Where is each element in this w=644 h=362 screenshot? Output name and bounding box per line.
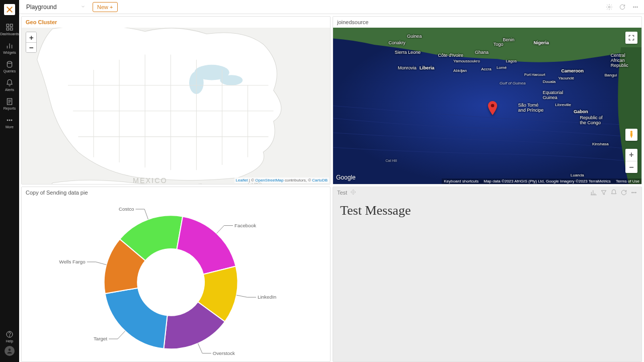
svg-point-7 xyxy=(7,120,8,121)
svg-point-14 xyxy=(633,7,634,8)
pie-label: Overstock xyxy=(213,350,235,356)
sidebar-item-alerts[interactable]: Alerts xyxy=(0,76,19,95)
panel-geo-cluster: Geo Cluster xyxy=(21,16,331,185)
svg-point-0 xyxy=(9,9,11,11)
svg-point-5 xyxy=(7,61,12,63)
panel-title: Test xyxy=(337,190,347,196)
gmap-shortcuts[interactable]: Keyboard shortcuts xyxy=(444,179,478,184)
pie-chart: CostcoFacebookLinkedInOverstockTargetWel… xyxy=(22,198,330,361)
sidebar-item-queries[interactable]: Queries xyxy=(0,57,19,76)
svg-rect-3 xyxy=(7,28,9,30)
sidebar-label: Widgets xyxy=(3,51,16,54)
panel-joinedsource: joinedsource xyxy=(333,16,642,185)
zoom-out-button[interactable]: − xyxy=(26,42,36,52)
widget-refresh-icon[interactable] xyxy=(620,189,627,196)
pie-label: LinkedIn xyxy=(258,294,276,300)
sidebar-item-help[interactable]: Help xyxy=(0,327,19,346)
svg-point-12 xyxy=(9,348,11,351)
widget-more-icon[interactable] xyxy=(630,189,637,196)
google-map[interactable]: Guinea Conakry Sierra Leone Monrovia Lib… xyxy=(333,28,641,184)
pie-label: Costco xyxy=(119,206,134,212)
chevron-down-icon xyxy=(80,4,86,11)
drag-icon[interactable] xyxy=(350,189,356,196)
svg-point-19 xyxy=(220,75,243,85)
pie-label: Target xyxy=(94,336,108,341)
panel-header: joinedsource xyxy=(333,17,641,28)
sidebar-label: Dashboards xyxy=(0,32,19,36)
workspace: Geo Cluster xyxy=(19,14,644,362)
page-title: Playground xyxy=(26,4,57,11)
avatar[interactable] xyxy=(5,346,15,356)
leaflet-link[interactable]: Leaflet xyxy=(236,178,248,183)
pie-slice-target[interactable] xyxy=(105,288,168,349)
svg-point-8 xyxy=(9,120,10,121)
widget-chart-icon[interactable] xyxy=(590,189,597,196)
svg-point-23 xyxy=(630,131,632,133)
gmap-zoom-in-button[interactable]: + xyxy=(625,149,637,161)
sidebar-item-dashboards[interactable]: Dashboards xyxy=(0,20,19,39)
panel-pie: Copy of Sending data pie CostcoFacebookL… xyxy=(21,187,331,362)
pie-label: Wells Fargo xyxy=(59,259,86,264)
panel-header: Copy of Sending data pie xyxy=(22,187,330,198)
svg-point-11 xyxy=(9,336,10,336)
sidebar-item-more[interactable]: More xyxy=(0,113,19,132)
osm-link[interactable]: OpenStreetMap xyxy=(255,178,283,183)
gmap-zoom-out-button[interactable]: − xyxy=(625,161,637,173)
zoom-in-button[interactable]: + xyxy=(26,32,36,42)
pegman-button[interactable] xyxy=(625,129,637,141)
svg-rect-4 xyxy=(10,28,13,30)
google-logo: Google xyxy=(336,174,356,181)
sidebar-label: Alerts xyxy=(5,88,14,92)
panel-header[interactable]: Test xyxy=(333,187,641,198)
svg-rect-2 xyxy=(10,24,13,27)
sidebar-label: More xyxy=(6,125,14,129)
sidebar-label: Help xyxy=(6,339,13,343)
carto-link[interactable]: CartoDB xyxy=(312,178,328,183)
sidebar-label: Queries xyxy=(4,69,16,73)
sidebar-item-reports[interactable]: Reports xyxy=(0,95,19,113)
refresh-button[interactable] xyxy=(618,3,627,12)
svg-point-16 xyxy=(637,7,638,8)
svg-point-9 xyxy=(11,120,12,121)
panel-title: Geo Cluster xyxy=(26,19,57,25)
panel-header: Geo Cluster xyxy=(22,17,330,28)
svg-point-15 xyxy=(635,7,636,8)
map-attribution: Leaflet | © OpenStreetMap contributors, … xyxy=(234,177,329,183)
sidebar: Dashboards Widgets Queries Alerts Report… xyxy=(0,0,19,362)
widget-filter-icon[interactable] xyxy=(600,189,607,196)
svg-point-22 xyxy=(491,104,494,108)
map-label-mexico: MEXICO xyxy=(133,176,168,184)
gmap-footer: Keyboard shortcuts Map data ©2023 AfriGI… xyxy=(442,178,641,184)
text-message: Test Message xyxy=(340,203,634,218)
settings-button[interactable] xyxy=(605,3,614,12)
panel-title: Copy of Sending data pie xyxy=(26,190,88,196)
pie-slice-facebook[interactable] xyxy=(177,217,235,275)
sidebar-label: Reports xyxy=(4,107,16,110)
topbar: Playground New + xyxy=(19,0,644,14)
zoom-controls: + − xyxy=(26,32,37,53)
svg-point-24 xyxy=(632,192,633,193)
page-selector[interactable]: Playground xyxy=(23,2,89,12)
sidebar-item-widgets[interactable]: Widgets xyxy=(0,39,19,57)
svg-point-25 xyxy=(633,192,634,193)
fullscreen-button[interactable] xyxy=(625,32,637,44)
svg-rect-1 xyxy=(7,24,9,27)
us-map[interactable]: MEXICO CUBA + − Leaflet | © OpenStreetMa… xyxy=(22,28,330,184)
app-logo[interactable] xyxy=(4,4,15,15)
panel-text: Test Test Message xyxy=(333,187,642,362)
widget-alert-icon[interactable] xyxy=(610,189,617,196)
panel-title: joinedsource xyxy=(337,19,368,25)
more-icon[interactable] xyxy=(631,3,640,12)
svg-point-13 xyxy=(608,6,610,8)
gmap-zoom-controls: + − xyxy=(625,149,637,173)
svg-point-26 xyxy=(635,192,636,193)
pie-label: Facebook xyxy=(234,223,256,228)
gmap-terms[interactable]: Terms of Use xyxy=(616,179,639,184)
new-button[interactable]: New + xyxy=(93,2,118,12)
new-button-label: New + xyxy=(97,4,113,10)
gmap-mapdata: Map data ©2023 AfriGIS (Pty) Ltd, Google… xyxy=(484,179,611,184)
